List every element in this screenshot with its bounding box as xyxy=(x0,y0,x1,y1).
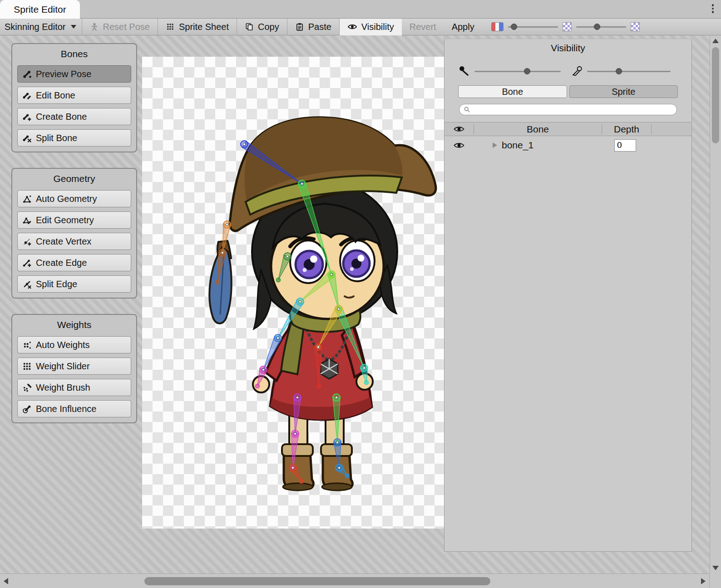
main-toolbar: Skinning Editor Reset Pose Sprite Sheet … xyxy=(0,19,721,35)
reset-pose-button[interactable]: Reset Pose xyxy=(82,19,158,35)
create-bone-icon xyxy=(22,112,32,122)
visibility-tabs: Bone Sprite xyxy=(458,85,678,98)
toolbar-slider-2[interactable] xyxy=(576,23,626,30)
preview-pose-button[interactable]: Preview Pose xyxy=(17,65,131,83)
sprite-sheet-icon xyxy=(166,22,175,31)
split-edge-icon xyxy=(22,279,32,289)
create-vertex-button[interactable]: Create Vertex xyxy=(17,233,131,250)
character-sprite xyxy=(209,118,436,490)
sprite-opacity-icon xyxy=(571,65,583,78)
search-icon xyxy=(464,106,470,113)
color-swatch-icon[interactable] xyxy=(491,22,504,31)
eye-icon xyxy=(347,24,357,30)
auto-weights-button[interactable]: Auto Weights xyxy=(17,336,131,353)
horizontal-scrollbar-thumb[interactable] xyxy=(144,577,490,585)
bone-visible-eye-icon[interactable] xyxy=(454,142,464,149)
tab-label: Sprite Editor xyxy=(14,4,66,15)
slider-handle[interactable] xyxy=(594,24,600,30)
scrollbar-corner xyxy=(709,573,721,588)
slider-handle[interactable] xyxy=(616,68,622,74)
bones-panel-title: Bones xyxy=(17,49,131,59)
revert-label: Revert xyxy=(410,22,436,32)
bone-opacity-icon xyxy=(458,65,470,78)
reset-pose-label: Reset Pose xyxy=(103,22,150,32)
scroll-down-arrow-icon[interactable] xyxy=(712,566,719,570)
auto-weights-label: Auto Weights xyxy=(36,340,90,350)
auto-weights-icon xyxy=(22,340,32,350)
depth-column-header[interactable]: Depth xyxy=(602,124,651,135)
toolbar-slider-1[interactable] xyxy=(508,23,558,30)
tab-bone[interactable]: Bone xyxy=(458,85,567,98)
slider-track xyxy=(576,26,626,28)
sprite-canvas[interactable] xyxy=(142,57,444,529)
edit-bone-button[interactable]: Edit Bone xyxy=(17,87,131,104)
kebab-menu-icon[interactable] xyxy=(711,3,715,14)
sprite-editor-tab[interactable]: Sprite Editor xyxy=(0,0,80,19)
create-bone-label: Create Bone xyxy=(36,112,87,122)
bone-influence-icon xyxy=(22,404,32,414)
visibility-panel: Visibility Bone Sprite xyxy=(444,39,692,552)
sprite-sheet-button[interactable]: Sprite Sheet xyxy=(158,19,237,35)
bone-name: bone_1 xyxy=(502,140,533,151)
split-bone-icon xyxy=(22,133,32,143)
apply-label: Apply xyxy=(452,22,474,32)
bones-panel: Bones Preview Pose Edit Bone Create Bone xyxy=(11,43,137,152)
visibility-label: Visibility xyxy=(361,22,394,32)
expand-triangle-icon[interactable] xyxy=(493,142,497,148)
scroll-left-arrow-icon[interactable] xyxy=(4,578,8,584)
auto-geometry-icon xyxy=(22,194,32,204)
weights-panel: Weights Auto Weights Weight Slider Weigh… xyxy=(11,314,137,423)
apply-button[interactable]: Apply xyxy=(444,19,482,35)
bone-search-box[interactable] xyxy=(459,104,677,115)
tab-sprite[interactable]: Sprite xyxy=(569,85,678,98)
weight-slider-icon xyxy=(22,362,32,371)
create-bone-button[interactable]: Create Bone xyxy=(17,108,131,125)
reset-pose-icon xyxy=(90,22,99,31)
sprite-opacity-slider[interactable] xyxy=(587,68,671,75)
weight-slider-button[interactable]: Weight Slider xyxy=(17,358,131,375)
edit-geometry-button[interactable]: Edit Geometry xyxy=(17,211,131,229)
horizontal-scrollbar[interactable] xyxy=(0,573,721,588)
slider-handle[interactable] xyxy=(511,24,517,30)
scroll-up-arrow-icon[interactable] xyxy=(712,39,719,43)
bone-influence-label: Bone Influence xyxy=(36,404,96,414)
search-input[interactable] xyxy=(473,105,677,114)
split-edge-label: Split Edge xyxy=(36,279,77,289)
column-separator xyxy=(651,124,652,134)
copy-button[interactable]: Copy xyxy=(237,19,287,35)
create-edge-button[interactable]: Create Edge xyxy=(17,254,131,271)
paste-button[interactable]: Paste xyxy=(287,19,339,35)
chevron-down-icon xyxy=(71,25,76,29)
preview-pose-icon xyxy=(22,69,32,79)
scroll-right-arrow-icon[interactable] xyxy=(701,578,706,584)
visibility-toggle-button[interactable]: Visibility xyxy=(340,19,402,35)
skinning-editor-dropdown[interactable]: Skinning Editor xyxy=(0,19,82,35)
split-bone-label: Split Bone xyxy=(36,133,77,143)
depth-input[interactable] xyxy=(614,139,636,152)
create-edge-icon xyxy=(22,258,32,268)
alpha-checker-icon xyxy=(563,22,572,31)
bone-column-header[interactable]: Bone xyxy=(474,124,602,135)
slider-handle[interactable] xyxy=(524,68,530,74)
bone-row[interactable]: bone_1 xyxy=(444,136,691,154)
vertical-scrollbar[interactable] xyxy=(710,35,721,573)
preview-pose-label: Preview Pose xyxy=(36,69,91,79)
copy-icon xyxy=(245,22,254,31)
sprite-sheet-label: Sprite Sheet xyxy=(179,22,229,32)
revert-button[interactable]: Revert xyxy=(402,19,444,35)
bone-table-header: Bone Depth xyxy=(444,122,691,136)
vertical-scrollbar-thumb[interactable] xyxy=(712,47,719,143)
bone-influence-button[interactable]: Bone Influence xyxy=(17,400,131,417)
edit-geometry-label: Edit Geometry xyxy=(36,215,94,225)
skinning-editor-label: Skinning Editor xyxy=(5,22,66,32)
auto-geometry-button[interactable]: Auto Geometry xyxy=(17,190,131,207)
split-bone-button[interactable]: Split Bone xyxy=(17,129,131,147)
geometry-panel-title: Geometry xyxy=(17,173,131,184)
slider-track xyxy=(587,71,671,72)
split-edge-button[interactable]: Split Edge xyxy=(17,275,131,293)
create-vertex-label: Create Vertex xyxy=(36,236,91,247)
bone-opacity-slider[interactable] xyxy=(474,68,561,75)
edit-bone-icon xyxy=(22,91,32,100)
weight-brush-button[interactable]: Weight Brush xyxy=(17,379,131,396)
edit-bone-label: Edit Bone xyxy=(36,90,75,101)
